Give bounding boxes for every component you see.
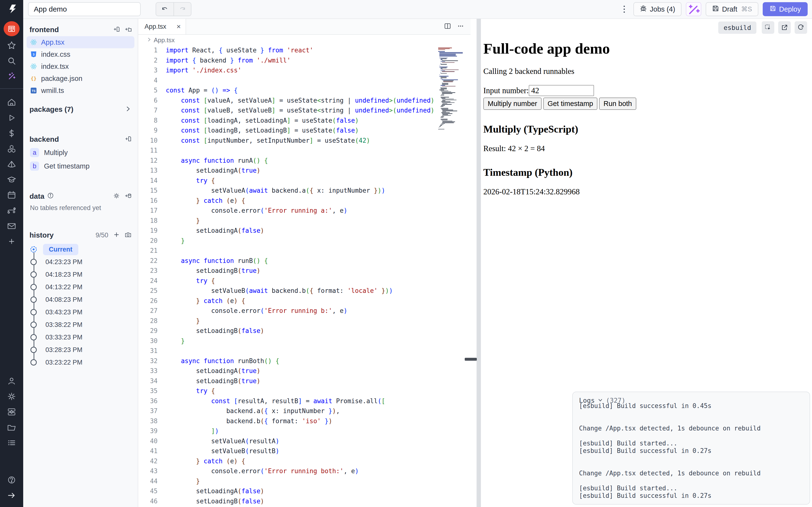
inspect-element-button[interactable]	[762, 21, 774, 34]
add-folder-button[interactable]	[125, 26, 132, 34]
ai-wand-icon[interactable]	[0, 68, 23, 84]
variables-icon[interactable]	[0, 125, 23, 141]
refresh-preview-button[interactable]	[795, 21, 807, 34]
runnable-list: aMultiplybGet timestamp	[23, 146, 138, 173]
current-version-label: Current	[43, 244, 78, 255]
save-draft-icon	[712, 5, 719, 14]
file-name: index.css	[41, 50, 70, 58]
editor-more-icon[interactable]	[457, 22, 464, 31]
jobs-button[interactable]: Jobs (4)	[633, 2, 681, 16]
history-snapshot-row[interactable]: 04:23:23 PM	[23, 256, 138, 268]
ai-assistant-button[interactable]	[686, 2, 701, 16]
history-snapshot-row[interactable]: 04:13:22 PM	[23, 281, 138, 293]
snapshot-camera-icon[interactable]	[125, 231, 132, 239]
more-options-kebab-icon[interactable]	[619, 4, 629, 14]
runnable-badge: a	[30, 148, 39, 157]
code-line-28: 28 }	[138, 316, 470, 326]
history-snapshot-row[interactable]: 03:43:23 PM	[23, 306, 138, 319]
learn-icon[interactable]	[0, 172, 23, 187]
history-current-row[interactable]: Current	[23, 243, 138, 256]
settings-gear-icon[interactable]	[0, 389, 23, 404]
file-item-index-tsx[interactable]: index.tsx	[27, 60, 134, 72]
minimap[interactable]	[437, 47, 470, 144]
logs-count: (327)	[606, 397, 625, 404]
code-line-32: 32 async function runBoth() {	[138, 356, 470, 366]
code-line-45: 45 setLoadingA(false)	[138, 486, 470, 496]
code-line-16: 16 } catch (e) {	[138, 196, 470, 206]
draft-button[interactable]: Draft ⌘S	[706, 2, 758, 16]
split-editor-icon[interactable]	[444, 22, 451, 31]
backend-section-title: backend	[30, 135, 59, 144]
input-number-field[interactable]	[529, 85, 594, 96]
deploy-save-icon	[769, 5, 776, 13]
draft-label: Draft	[722, 5, 737, 13]
workers-icon[interactable]	[0, 404, 23, 419]
expand-rail-icon[interactable]	[0, 488, 23, 503]
home-icon[interactable]	[0, 95, 23, 110]
add-nav-icon[interactable]	[0, 234, 23, 249]
add-snapshot-button[interactable]	[113, 231, 120, 239]
history-snapshot-row[interactable]: 03:28:23 PM	[23, 344, 138, 356]
add-runnable-button[interactable]	[125, 135, 132, 143]
code-line-19: 19 setLoadingA(false)	[138, 226, 470, 236]
favorites-star-icon[interactable]	[0, 38, 23, 53]
add-table-button[interactable]	[125, 192, 132, 200]
code-line-14: 14 try {	[138, 176, 470, 186]
help-icon[interactable]	[0, 472, 23, 488]
log-line: [esbuild] Build successful in 0.27s	[579, 447, 803, 455]
file-item-app-tsx[interactable]: App.tsx	[27, 36, 134, 48]
windmill-logo-icon[interactable]	[6, 3, 17, 15]
close-tab-icon[interactable]: ×	[176, 22, 181, 31]
log-line	[579, 477, 803, 485]
folders-icon[interactable]	[0, 419, 23, 435]
run-both-button[interactable]: Run both	[599, 98, 636, 110]
data-settings-gear-icon[interactable]	[113, 192, 120, 200]
search-icon[interactable]	[0, 53, 23, 68]
open-external-button[interactable]	[778, 21, 791, 34]
runnable-name: Get timestamp	[44, 162, 90, 170]
history-snapshot-row[interactable]: 03:23:22 PM	[23, 356, 138, 369]
code-line-21: 21	[138, 246, 470, 256]
get-timestamp-button[interactable]: Get timestamp	[543, 98, 598, 110]
runnable-item-get-timestamp[interactable]: bGet timestamp	[27, 159, 134, 173]
file-item-index-css[interactable]: 3index.css	[27, 48, 134, 60]
assets-icon[interactable]	[0, 157, 23, 172]
css-file-icon: 3	[30, 51, 37, 58]
preview-subtitle: Calling 2 backend runnables	[483, 67, 812, 76]
redo-button[interactable]	[173, 3, 191, 16]
packages-expand-chevron-icon[interactable]	[125, 106, 132, 113]
file-item-package-json[interactable]: {}package.json	[27, 72, 134, 84]
snapshot-dot	[31, 309, 37, 315]
deploy-label: Deploy	[779, 5, 801, 13]
mail-icon[interactable]	[0, 218, 23, 234]
add-file-button[interactable]	[113, 26, 120, 34]
runnable-item-multiply[interactable]: aMultiply	[27, 146, 134, 159]
file-item-wmill-ts[interactable]: TSwmill.ts	[27, 84, 134, 97]
app-name-input[interactable]	[28, 2, 141, 16]
schedules-icon[interactable]	[0, 187, 23, 203]
history-snapshot-row[interactable]: 04:08:23 PM	[23, 293, 138, 306]
resources-icon[interactable]	[0, 141, 23, 157]
code-line-27: 27 console.error('Error running b:', e)	[138, 306, 470, 316]
breadcrumb[interactable]: App.tsx	[138, 35, 470, 45]
logs-collapse-chevron-icon[interactable]	[598, 397, 603, 404]
history-snapshot-row[interactable]: 03:38:22 PM	[23, 319, 138, 331]
code-line-43: 43 console.error('Error running both:', …	[138, 466, 470, 476]
data-info-icon[interactable]	[47, 192, 54, 201]
snapshot-dot	[31, 359, 37, 365]
code-area[interactable]: 1import React, { useState } from 'react'…	[138, 45, 470, 506]
flows-icon[interactable]	[0, 203, 23, 218]
deploy-button[interactable]: Deploy	[763, 2, 808, 16]
tab-app-tsx[interactable]: App.tsx ×	[138, 19, 186, 34]
logs-panel[interactable]: Logs (327) [esbuild] Build successful in…	[572, 392, 810, 505]
history-snapshot-row[interactable]: 04:18:23 PM	[23, 268, 138, 281]
bug-icon	[640, 5, 647, 14]
runs-icon[interactable]	[0, 110, 23, 125]
user-icon[interactable]	[0, 373, 23, 389]
splitter-drag-handle[interactable]	[465, 358, 477, 361]
audit-logs-icon[interactable]	[0, 435, 23, 451]
undo-button[interactable]	[156, 3, 173, 16]
history-snapshot-row[interactable]: 03:33:23 PM	[23, 331, 138, 344]
multiply-number-button[interactable]: Multiply number	[483, 98, 542, 110]
app-editor-active-icon[interactable]	[4, 21, 19, 36]
